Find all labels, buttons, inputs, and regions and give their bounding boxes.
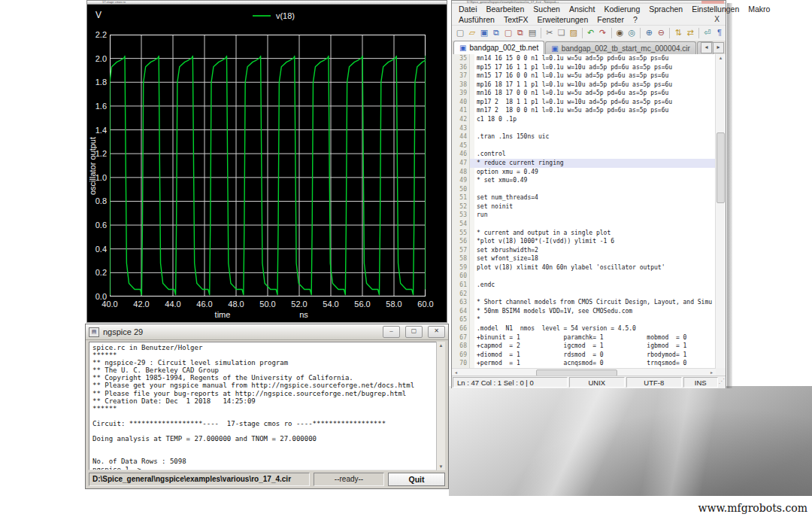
- line-number: 66: [452, 324, 470, 333]
- menu-textfx[interactable]: TextFX: [499, 15, 533, 24]
- maximize-button[interactable]: ▢: [405, 326, 423, 338]
- editor-line: 61.endc: [452, 281, 716, 290]
- menu-kodierung[interactable]: Kodierung: [599, 5, 644, 14]
- menu-?[interactable]: ?: [629, 15, 642, 24]
- scroll-up-icon[interactable]: ▲: [437, 342, 445, 349]
- tab-1[interactable]: ▣bandgap_002_tb.net: [453, 41, 544, 54]
- quit-button[interactable]: Quit: [388, 473, 445, 486]
- sync-v-scroll-icon[interactable]: ⇅: [673, 27, 683, 39]
- paste-icon[interactable]: ▨: [568, 27, 579, 39]
- line-number: 44: [452, 132, 470, 141]
- new-file-icon[interactable]: ▢: [455, 27, 465, 39]
- editor-line: 70+permod = 1 acnqsmod= 0 trnqsmod= 0: [452, 359, 716, 368]
- replace-icon[interactable]: ◎: [626, 27, 637, 39]
- menu-einstellungen[interactable]: Einstellungen: [687, 5, 744, 14]
- loaded-file-path[interactable]: D:\Spice_general\ngspice\examples\variou…: [89, 473, 310, 486]
- save-all-icon[interactable]: ⧉: [491, 27, 501, 39]
- close-all-icon[interactable]: ⧉: [515, 27, 526, 39]
- menu-suchen[interactable]: Suchen: [529, 5, 565, 14]
- menu-datei[interactable]: Datei: [454, 5, 482, 14]
- save-icon[interactable]: ▣: [479, 27, 489, 39]
- print-icon[interactable]: ▤: [527, 27, 538, 39]
- close-doc-icon[interactable]: ▢: [503, 27, 514, 39]
- y-tick-label: 1.8: [87, 78, 107, 87]
- editor-line: 59plot v(18) xlimit 40n 60n ylabel 'osci…: [452, 263, 716, 272]
- sync-h-scroll-icon[interactable]: ⇄: [685, 27, 695, 39]
- menu-sprachen[interactable]: Sprachen: [644, 5, 687, 14]
- y-tick-label: 2.0: [87, 54, 107, 63]
- editor-line: 55* current and output in a single plot: [452, 229, 716, 238]
- menubar-row2: X AusführenTextFXErweiterungenFenster?: [452, 14, 726, 26]
- plot-canvas[interactable]: V v(18) oscillator output time ns 2.22.0…: [87, 5, 447, 322]
- console-titlebar[interactable]: ▤ ngspice 29 – ▢ ✕: [86, 324, 448, 340]
- redo-icon[interactable]: ↷: [598, 27, 608, 39]
- menu-ansicht[interactable]: Ansicht: [565, 5, 599, 14]
- code-text: set noinit: [474, 202, 716, 211]
- watermark: www.mfgrobots.com: [698, 502, 807, 514]
- x-tick-label: 54.0: [320, 300, 342, 309]
- tab-bar: ▣bandgap_002_tb.net▣bandgap_002_tb_start…: [452, 41, 726, 55]
- editor-line: 45: [452, 141, 716, 151]
- line-number: 57: [452, 246, 470, 255]
- editor-line: 60: [452, 272, 716, 281]
- tab-scroll-left-icon[interactable]: ◂: [701, 42, 712, 53]
- x-tick-label: 56.0: [351, 300, 374, 309]
- line-number: 50: [452, 185, 470, 194]
- menu-erweiterungen[interactable]: Erweiterungen: [533, 15, 593, 24]
- editor-text-area[interactable]: 35mn14 16 15 0 0 n1 l=0.1u w=5u ad=5p pd…: [452, 54, 716, 368]
- toolbar-separator: [541, 28, 541, 38]
- line-number: 51: [452, 193, 470, 202]
- line-number: 70: [452, 359, 470, 368]
- zoom-in-icon[interactable]: ⊕: [644, 27, 654, 39]
- tab-2[interactable]: ▣bandgap_002_tb_start_mc_000004.cir: [545, 41, 696, 54]
- find-icon[interactable]: ◉: [614, 27, 625, 39]
- word-wrap-icon[interactable]: ⏎: [702, 27, 713, 39]
- toolbar-separator: [698, 28, 699, 38]
- console-line: [92, 412, 442, 420]
- y-unit-label: V: [95, 10, 102, 20]
- menu-fenster[interactable]: Fenster: [592, 15, 629, 24]
- code-text: run: [474, 211, 716, 220]
- line-number: 38: [452, 81, 470, 90]
- scroll-down-icon[interactable]: ▼: [437, 463, 445, 470]
- vertical-scroll-thumb[interactable]: [717, 132, 725, 203]
- resize-grip[interactable]: ⋰: [719, 376, 726, 388]
- code-text: [474, 272, 716, 281]
- menu-bearbeiten[interactable]: Bearbeiten: [482, 5, 529, 14]
- line-number: 36: [452, 63, 470, 72]
- cut-icon[interactable]: ✂: [544, 27, 555, 39]
- console-line: spice.rc in Benutzer/Holger: [92, 344, 442, 351]
- close-button[interactable]: ✕: [428, 326, 445, 338]
- line-number: 37: [452, 71, 470, 81]
- saved-file-icon: ▣: [459, 44, 466, 52]
- show-symbols-icon[interactable]: ¶: [714, 27, 725, 39]
- plot-window-title: 17-stage cmos ro: [102, 1, 126, 4]
- menu-makro[interactable]: Makro: [744, 5, 774, 14]
- statusbar: Ln : 47 Col : 1 Sel : 0 | 0 UNIX UTF-8 I…: [452, 376, 726, 388]
- code-text: [474, 290, 716, 299]
- console-output[interactable]: spice.rc in Benutzer/Holger******** ngsp…: [89, 342, 445, 470]
- line-number: 47: [452, 159, 470, 168]
- zoom-out-icon[interactable]: ⊖: [656, 27, 666, 39]
- code-text: mn15 17 16 0 0 n1 l=0.1u w=5u ad=5p pd=6…: [474, 71, 716, 81]
- line-number: 63: [452, 298, 470, 307]
- line-number: 67: [452, 333, 470, 342]
- editor-vertical-scrollbar[interactable]: ▲: [715, 54, 726, 368]
- code-text: mp16 18 17 1 1 p1 l=0.1u w=10u ad=5p pd=…: [474, 81, 716, 90]
- line-number: 65: [452, 315, 470, 324]
- close-document-icon[interactable]: X: [714, 15, 720, 23]
- line-number: 64: [452, 307, 470, 316]
- desktop-wallpaper: [449, 386, 812, 496]
- console-scrollbar[interactable]: ▲ ▼: [436, 342, 445, 470]
- minimize-button[interactable]: –: [383, 326, 400, 338]
- x-axis-label: time: [200, 310, 245, 319]
- menu-ausfhren[interactable]: Ausführen: [454, 15, 499, 24]
- undo-icon[interactable]: ↶: [586, 27, 596, 39]
- tab-scroll-right-icon[interactable]: ▸: [713, 42, 724, 53]
- copy-icon[interactable]: ❏: [556, 27, 567, 39]
- code-text: set xbrushwidth=2: [474, 246, 716, 255]
- console-statusbar: D:\Spice_general\ngspice\examples\variou…: [89, 473, 445, 486]
- code-text: *: [474, 315, 716, 324]
- waveform-plot[interactable]: [110, 35, 426, 297]
- open-folder-icon[interactable]: ▱: [467, 27, 477, 39]
